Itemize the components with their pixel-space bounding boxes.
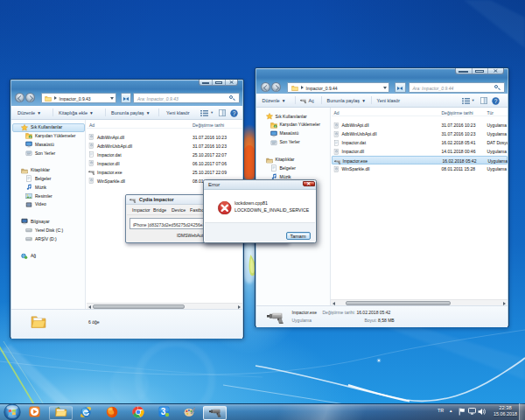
svg-text:?: ? [233, 109, 236, 116]
svg-text:?: ? [494, 97, 497, 103]
